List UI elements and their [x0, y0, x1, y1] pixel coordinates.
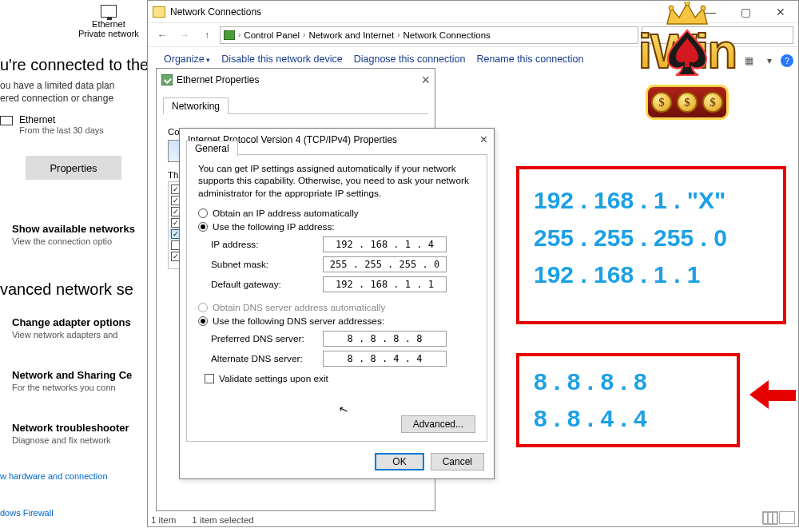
show-networks-sub: View the connection optio [12, 236, 112, 246]
shield-icon [161, 74, 173, 85]
overlay-ip-box: 192 . 168 . 1 . "X" 255 . 255 . 255 . 0 … [516, 166, 786, 324]
close-icon[interactable]: × [421, 72, 430, 89]
sharing-center-link[interactable]: Network and Sharing Ce [12, 369, 132, 381]
ethernet-item-label: Ethernet [19, 114, 104, 125]
radio-use-dns-label: Use the following DNS server addresses: [213, 316, 384, 327]
help-icon[interactable]: ? [781, 54, 793, 67]
cancel-button[interactable]: Cancel [431, 453, 484, 470]
crumb-network-internet[interactable]: Network and Internet [308, 30, 394, 40]
show-networks-link[interactable]: Show available networks [12, 223, 135, 235]
adapter-options-link[interactable]: Change adapter options [12, 316, 131, 328]
diagnose-button[interactable]: Diagnose this connection [354, 54, 466, 65]
ip-address-label: IP address: [211, 239, 323, 250]
subnet-mask-input[interactable]: 255 . 255 . 255 . 0 [323, 256, 447, 272]
ipv4-description: You can get IP settings assigned automat… [198, 163, 475, 200]
svg-point-1 [685, 2, 690, 6]
ok-button[interactable]: OK [375, 453, 423, 470]
troubleshooter-sub: Diagnose and fix network [12, 435, 111, 445]
ethernet-top-block: Ethernet Private network [78, 5, 139, 38]
explorer-title-text: Network Connections [170, 6, 261, 18]
hardware-link[interactable]: w hardware and connection [0, 471, 108, 481]
close-icon[interactable]: × [480, 133, 487, 147]
coin-icon: $ [702, 92, 723, 113]
ethernet-item[interactable]: Ethernet From the last 30 days [0, 114, 104, 135]
properties-button[interactable]: Properties [26, 156, 121, 180]
address-bar[interactable]: › Control Panel › Network and Internet ›… [220, 26, 638, 44]
logo-coins: $ $ $ [646, 85, 729, 120]
firewall-link[interactable]: dows Firewall [0, 508, 54, 518]
status-bar: 1 item 1 item selected [151, 515, 254, 525]
overlay-dns-box: 8 . 8 . 8 . 8 8 . 8 . 4 . 4 [516, 353, 740, 447]
ethernet-dialog-title: Ethernet Properties [177, 74, 259, 85]
ipv4-properties-dialog: Internet Protocol Version 4 (TCP/IPv4) P… [179, 128, 495, 479]
alternate-dns-input[interactable]: 8 . 8 . 4 . 4 [323, 351, 447, 367]
adapter-options-sub: View network adapters and [12, 330, 118, 339]
network-icon [224, 30, 235, 40]
tab-networking[interactable]: Networking [163, 97, 229, 114]
connected-sub: ou have a limited data plan ered connect… [0, 80, 114, 105]
monitor-icon [0, 116, 13, 125]
alternate-dns-label: Alternate DNS server: [211, 353, 323, 364]
radio-auto-dns: Obtain DNS server address automatically [198, 302, 475, 313]
view-toggle-icons[interactable] [762, 511, 795, 524]
radio-use-ip-label: Use the following IP address: [213, 221, 335, 232]
subnet-mask-label: Subnet mask: [211, 259, 323, 270]
validate-checkbox[interactable]: Validate settings upon exit [205, 373, 475, 384]
troubleshooter-link[interactable]: Network troubleshooter [12, 422, 129, 434]
disable-device-button[interactable]: Disable this network device [221, 54, 342, 65]
settings-panel: Ethernet Private network u're connected … [0, 0, 146, 532]
coin-icon: $ [651, 92, 672, 113]
coin-icon: $ [677, 92, 698, 113]
overlay-line3: 192 . 168 . 1 . 1 [534, 256, 769, 294]
up-arrow-icon[interactable]: ↑ [197, 26, 217, 45]
radio-auto-ip-label: Obtain an IP address automatically [213, 208, 359, 219]
overlay-dns2: 8 . 8 . 4 . 4 [534, 400, 722, 438]
ip-address-input[interactable]: 192 . 168 . 1 . 4 [323, 236, 447, 252]
advanced-heading: vanced network se [0, 280, 133, 299]
ethernet-item-sub: From the last 30 days [19, 125, 104, 135]
rename-button[interactable]: Rename this connection [476, 54, 583, 65]
preferred-dns-input[interactable]: 8 . 8 . 8 . 8 [323, 331, 447, 347]
connected-heading: u're connected to the [0, 56, 149, 74]
status-selected: 1 item selected [192, 515, 253, 525]
ethernet-dialog-titlebar: Ethernet Properties [157, 69, 435, 91]
radio-use-dns[interactable]: Use the following DNS server addresses: [198, 316, 475, 327]
forward-arrow-icon[interactable]: → [175, 26, 194, 45]
validate-label: Validate settings upon exit [219, 373, 328, 384]
radio-auto-ip[interactable]: Obtain an IP address automatically [198, 208, 475, 219]
overlay-dns1: 8 . 8 . 8 . 8 [534, 363, 722, 401]
folder-icon [153, 6, 165, 18]
status-count: 1 item [151, 515, 176, 525]
crumb-control-panel[interactable]: Control Panel [244, 30, 300, 40]
monitor-icon [101, 5, 117, 18]
gateway-label: Default gateway: [211, 279, 323, 290]
tab-general[interactable]: General [186, 141, 238, 157]
arrow-icon [749, 380, 796, 409]
gateway-input[interactable]: 192 . 168 . 1 . 1 [323, 276, 447, 292]
radio-use-ip[interactable]: Use the following IP address: [198, 221, 475, 232]
overlay-line2: 255 . 255 . 255 . 0 [534, 220, 769, 257]
crumb-network-connections[interactable]: Network Connections [403, 30, 490, 40]
radio-auto-dns-label: Obtain DNS server address automatically [213, 302, 385, 313]
advanced-button[interactable]: Advanced... [401, 415, 475, 433]
svg-point-2 [701, 6, 706, 10]
ethernet-top-sub: Private network [78, 29, 139, 38]
preferred-dns-label: Preferred DNS server: [211, 333, 323, 344]
iwin-logo: iWin $ $ $ [599, 2, 775, 125]
sharing-center-sub: For the networks you conn [12, 383, 116, 392]
overlay-line1: 192 . 168 . 1 . "X" [534, 182, 769, 220]
spade-icon [666, 29, 708, 77]
back-arrow-icon[interactable]: ← [153, 26, 172, 45]
svg-point-0 [669, 6, 674, 10]
ethernet-top-label: Ethernet [78, 19, 139, 29]
organize-menu[interactable]: Organize [164, 54, 210, 65]
